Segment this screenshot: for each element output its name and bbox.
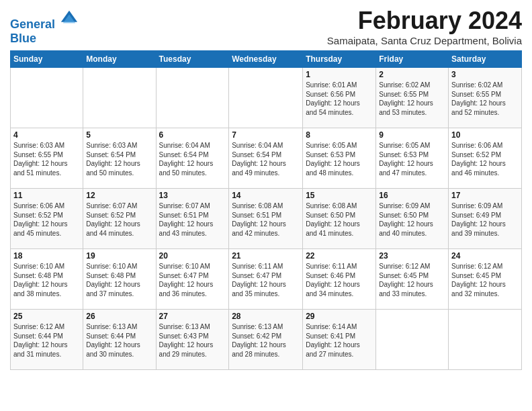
day-info: Sunrise: 6:06 AMSunset: 6:52 PMDaylight:…: [451, 141, 519, 177]
calendar-week-row: 1Sunrise: 6:01 AMSunset: 6:56 PMDaylight…: [11, 68, 522, 128]
calendar-cell: [83, 68, 156, 128]
day-of-week-header: Monday: [83, 51, 156, 68]
day-number: 20: [159, 251, 226, 261]
day-info: Sunrise: 6:04 AMSunset: 6:54 PMDaylight:…: [232, 141, 300, 177]
day-info: Sunrise: 6:12 AMSunset: 6:44 PMDaylight:…: [13, 322, 80, 359]
day-info: Sunrise: 6:07 AMSunset: 6:51 PMDaylight:…: [159, 201, 226, 238]
page-header: General Blue February 2024 Samaipata, Sa…: [10, 7, 522, 46]
month-year: February 2024: [327, 7, 522, 35]
day-info: Sunrise: 6:02 AMSunset: 6:55 PMDaylight:…: [451, 81, 519, 117]
day-info: Sunrise: 6:09 AMSunset: 6:50 PMDaylight:…: [379, 201, 445, 238]
calendar-week-row: 4Sunrise: 6:03 AMSunset: 6:55 PMDaylight…: [11, 128, 522, 189]
day-info: Sunrise: 6:01 AMSunset: 6:56 PMDaylight:…: [306, 81, 373, 117]
calendar-cell: 27Sunrise: 6:13 AMSunset: 6:43 PMDayligh…: [156, 310, 229, 370]
day-info: Sunrise: 6:10 AMSunset: 6:48 PMDaylight:…: [86, 262, 152, 298]
calendar-cell: 8Sunrise: 6:05 AMSunset: 6:53 PMDaylight…: [303, 128, 376, 189]
day-number: 1: [306, 70, 373, 79]
calendar-cell: 14Sunrise: 6:08 AMSunset: 6:51 PMDayligh…: [229, 189, 303, 249]
day-info: Sunrise: 6:03 AMSunset: 6:54 PMDaylight:…: [86, 141, 152, 177]
day-info: Sunrise: 6:04 AMSunset: 6:54 PMDaylight:…: [159, 141, 226, 177]
day-number: 26: [86, 312, 152, 321]
day-number: 17: [451, 191, 519, 200]
day-info: Sunrise: 6:05 AMSunset: 6:53 PMDaylight:…: [379, 141, 445, 177]
calendar-cell: 15Sunrise: 6:08 AMSunset: 6:50 PMDayligh…: [303, 189, 376, 249]
day-number: 15: [306, 191, 373, 200]
day-info: Sunrise: 6:12 AMSunset: 6:45 PMDaylight:…: [379, 262, 445, 298]
day-number: 14: [232, 191, 300, 200]
calendar-cell: 16Sunrise: 6:09 AMSunset: 6:50 PMDayligh…: [376, 189, 449, 249]
day-info: Sunrise: 6:09 AMSunset: 6:49 PMDaylight:…: [451, 201, 519, 238]
day-info: Sunrise: 6:08 AMSunset: 6:51 PMDaylight:…: [232, 201, 300, 238]
day-info: Sunrise: 6:13 AMSunset: 6:43 PMDaylight:…: [159, 322, 226, 359]
day-number: 24: [451, 251, 519, 261]
day-number: 2: [379, 70, 445, 79]
day-number: 19: [86, 251, 152, 261]
calendar-cell: 7Sunrise: 6:04 AMSunset: 6:54 PMDaylight…: [229, 128, 303, 189]
calendar-cell: 9Sunrise: 6:05 AMSunset: 6:53 PMDaylight…: [376, 128, 449, 189]
calendar-cell: 24Sunrise: 6:12 AMSunset: 6:45 PMDayligh…: [449, 249, 522, 310]
logo-general: General: [10, 17, 55, 31]
calendar-cell: 22Sunrise: 6:11 AMSunset: 6:46 PMDayligh…: [303, 249, 376, 310]
calendar-cell: [376, 310, 449, 370]
day-number: 8: [306, 130, 373, 140]
calendar-body: 1Sunrise: 6:01 AMSunset: 6:56 PMDaylight…: [11, 68, 522, 370]
day-info: Sunrise: 6:10 AMSunset: 6:48 PMDaylight:…: [13, 262, 80, 298]
calendar-cell: 11Sunrise: 6:06 AMSunset: 6:52 PMDayligh…: [11, 189, 83, 249]
day-info: Sunrise: 6:07 AMSunset: 6:52 PMDaylight:…: [86, 201, 152, 238]
day-number: 18: [13, 251, 80, 261]
calendar-cell: [11, 68, 83, 128]
calendar-cell: [229, 68, 303, 128]
day-info: Sunrise: 6:03 AMSunset: 6:55 PMDaylight:…: [13, 141, 80, 177]
calendar-cell: 26Sunrise: 6:13 AMSunset: 6:44 PMDayligh…: [83, 310, 156, 370]
calendar-cell: 6Sunrise: 6:04 AMSunset: 6:54 PMDaylight…: [156, 128, 229, 189]
day-number: 12: [86, 191, 152, 200]
day-of-week-header: Saturday: [449, 51, 522, 68]
calendar-cell: 3Sunrise: 6:02 AMSunset: 6:55 PMDaylight…: [449, 68, 522, 128]
day-info: Sunrise: 6:12 AMSunset: 6:45 PMDaylight:…: [451, 262, 519, 298]
day-number: 23: [379, 251, 445, 261]
calendar-cell: [156, 68, 229, 128]
day-info: Sunrise: 6:14 AMSunset: 6:41 PMDaylight:…: [306, 322, 373, 359]
day-number: 27: [159, 312, 226, 321]
day-number: 25: [13, 312, 80, 321]
calendar-table: SundayMondayTuesdayWednesdayThursdayFrid…: [10, 50, 522, 370]
day-info: Sunrise: 6:11 AMSunset: 6:47 PMDaylight:…: [232, 262, 300, 298]
calendar-cell: 13Sunrise: 6:07 AMSunset: 6:51 PMDayligh…: [156, 189, 229, 249]
day-number: 5: [86, 130, 152, 140]
logo: General Blue: [10, 9, 79, 46]
title-block: February 2024 Samaipata, Santa Cruz Depa…: [327, 7, 522, 46]
day-number: 28: [232, 312, 300, 321]
day-number: 7: [232, 130, 300, 140]
location: Samaipata, Santa Cruz Department, Bolivi…: [327, 35, 522, 46]
day-number: 29: [306, 312, 373, 321]
day-of-week-header: Tuesday: [156, 51, 229, 68]
day-of-week-header: Friday: [376, 51, 449, 68]
calendar-cell: 18Sunrise: 6:10 AMSunset: 6:48 PMDayligh…: [11, 249, 83, 310]
calendar-cell: 19Sunrise: 6:10 AMSunset: 6:48 PMDayligh…: [83, 249, 156, 310]
calendar-cell: 10Sunrise: 6:06 AMSunset: 6:52 PMDayligh…: [449, 128, 522, 189]
logo-blue: Blue: [10, 32, 79, 46]
day-of-week-header: Thursday: [303, 51, 376, 68]
logo-text: General: [10, 9, 79, 32]
calendar-cell: 2Sunrise: 6:02 AMSunset: 6:55 PMDaylight…: [376, 68, 449, 128]
calendar-cell: 20Sunrise: 6:10 AMSunset: 6:47 PMDayligh…: [156, 249, 229, 310]
day-number: 9: [379, 130, 445, 140]
calendar-header: SundayMondayTuesdayWednesdayThursdayFrid…: [11, 51, 522, 68]
day-info: Sunrise: 6:05 AMSunset: 6:53 PMDaylight:…: [306, 141, 373, 177]
day-number: 13: [159, 191, 226, 200]
day-number: 3: [451, 70, 519, 79]
day-number: 10: [451, 130, 519, 140]
logo-icon: [60, 9, 79, 28]
calendar-cell: 23Sunrise: 6:12 AMSunset: 6:45 PMDayligh…: [376, 249, 449, 310]
calendar-cell: 4Sunrise: 6:03 AMSunset: 6:55 PMDaylight…: [11, 128, 83, 189]
calendar-cell: [449, 310, 522, 370]
day-of-week-header: Wednesday: [229, 51, 303, 68]
calendar-cell: 29Sunrise: 6:14 AMSunset: 6:41 PMDayligh…: [303, 310, 376, 370]
day-info: Sunrise: 6:11 AMSunset: 6:46 PMDaylight:…: [306, 262, 373, 298]
day-info: Sunrise: 6:02 AMSunset: 6:55 PMDaylight:…: [379, 81, 445, 117]
day-number: 21: [232, 251, 300, 261]
day-number: 22: [306, 251, 373, 261]
calendar-cell: 21Sunrise: 6:11 AMSunset: 6:47 PMDayligh…: [229, 249, 303, 310]
calendar-week-row: 25Sunrise: 6:12 AMSunset: 6:44 PMDayligh…: [11, 310, 522, 370]
day-number: 4: [13, 130, 80, 140]
